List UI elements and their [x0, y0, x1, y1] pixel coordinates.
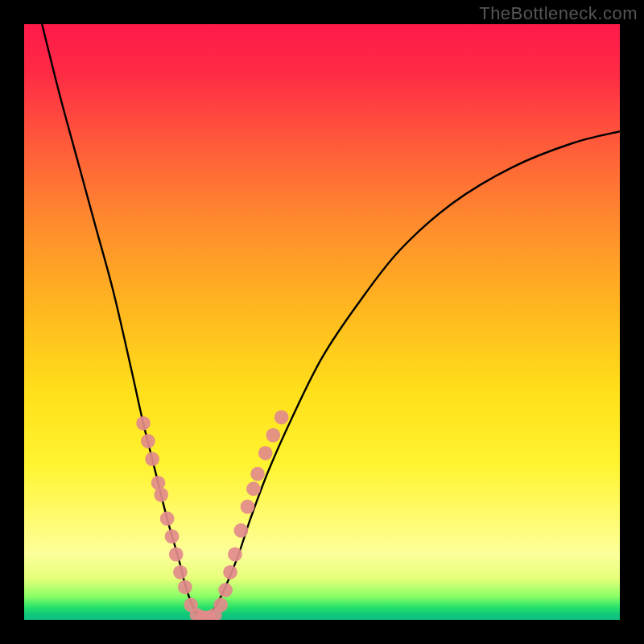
data-point [233, 523, 248, 538]
data-point [241, 500, 255, 514]
data-point [141, 434, 155, 448]
bottleneck-curve-left [42, 24, 203, 620]
data-point [258, 446, 273, 460]
bottleneck-curve-right [203, 131, 620, 620]
data-point [250, 467, 265, 481]
data-point [169, 547, 184, 562]
data-point [173, 565, 188, 580]
plot-area [24, 24, 620, 620]
data-point [165, 530, 180, 544]
data-point [246, 481, 261, 496]
data-point [275, 411, 289, 425]
watermark-text: TheBottleneck.com [479, 3, 638, 24]
chart-stage: TheBottleneck.com [0, 0, 644, 644]
data-point [213, 598, 228, 613]
data-point [136, 416, 151, 431]
data-point [218, 583, 233, 597]
data-point [223, 565, 237, 580]
curves-svg [24, 24, 620, 620]
marker-group [136, 411, 288, 620]
data-point [154, 488, 168, 502]
data-point [145, 452, 159, 466]
data-point [160, 511, 175, 526]
data-point [266, 428, 280, 443]
data-point [178, 580, 192, 594]
data-point [151, 476, 166, 490]
data-point [228, 547, 242, 562]
